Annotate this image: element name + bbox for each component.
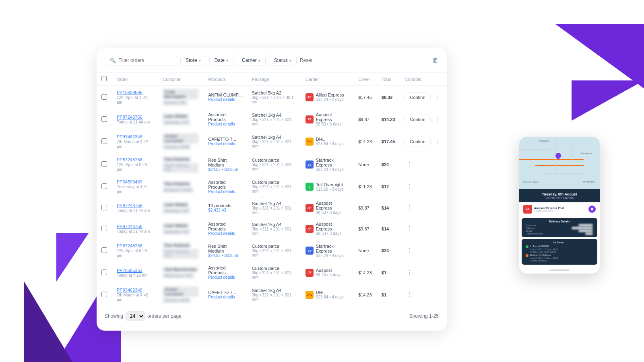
product-detail[interactable]: Product details [208, 275, 242, 280]
more-options-button[interactable]: ⋮ [432, 137, 442, 146]
table-row: PP78585353 Today at 7:19 am Joel Bannerm… [97, 262, 447, 283]
row-checkbox-1[interactable] [101, 116, 107, 122]
row-checkbox-cell [97, 283, 112, 306]
more-options-button[interactable]: ⋮ [405, 290, 414, 299]
carrier-name: Auspost Express Post [534, 207, 564, 210]
select-all-checkbox[interactable] [101, 76, 107, 81]
order-id-link[interactable]: PP87248756 [117, 224, 153, 229]
order-id-link[interactable]: PP87248756 [117, 203, 153, 208]
total-cell: $24 [377, 153, 400, 176]
transit-title: In transit [526, 241, 593, 244]
row-checkbox-3[interactable] [101, 161, 107, 167]
search-field[interactable]: 🔍 [105, 55, 177, 66]
row-checkbox-0[interactable] [101, 94, 107, 100]
products-cell: ANFIM CLUMP... Product details [203, 86, 247, 109]
transit-status-2: Booked for Delivery [530, 254, 558, 257]
confirm-button[interactable]: Confirm [405, 115, 431, 124]
order-id-link[interactable]: PP34593469 [117, 179, 153, 184]
bg-shape-bottom-left2 [24, 282, 72, 362]
controls-container: ⋮ [405, 182, 442, 191]
controls-container: ⋮ [405, 290, 442, 299]
carrier-info: DHL DHL $23.84 • 4 days [305, 290, 349, 299]
carrier-price: $11.66 • 3 days [316, 187, 344, 191]
package-cell: Satchel 1kg A4 3kg • 321 × 201 × 301 mm [247, 197, 301, 218]
controls-cell: ⋮ [400, 197, 447, 218]
row-checkbox-5[interactable] [101, 205, 107, 210]
customer-name: Jordan Lancaster [163, 133, 198, 144]
order-id-link[interactable]: PP78585353 [117, 268, 153, 273]
order-id-link[interactable]: PP87248756 [117, 243, 153, 248]
search-input[interactable] [118, 58, 172, 63]
row-checkbox-cell [97, 239, 112, 262]
showing-label: Showing [105, 313, 123, 319]
row-checkbox-2[interactable] [101, 138, 107, 144]
col-controls: Controls [400, 73, 447, 86]
order-id-link[interactable]: PP93462346 [117, 134, 153, 139]
row-checkbox-6[interactable] [101, 226, 107, 231]
carrier-price: $23.84 • 4 days [316, 295, 344, 299]
carrier-filter[interactable]: Carrier ▾ [237, 55, 266, 66]
package-name: Satchel 1kg A4 [252, 288, 296, 293]
date-filter[interactable]: Date ▾ [209, 55, 233, 66]
product-detail[interactable]: $24.53 • S23L56 [208, 253, 242, 258]
more-options-button[interactable]: ⋮ [405, 224, 414, 233]
more-options-button[interactable]: ⋮ [405, 246, 414, 255]
controls-cell: ⋮ [400, 262, 447, 283]
product-name: ANFIM CLUMP... [208, 93, 242, 97]
phone-mockup: PYRMONT Barangaroo FOREST LODGE HAYMARKE… [519, 137, 600, 274]
row-checkbox-9[interactable] [101, 292, 107, 297]
product-detail[interactable]: Product details [208, 295, 242, 299]
per-page-control: Showing 24 48 96 orders per page [105, 311, 182, 321]
transit-item-2: Booked for Delivery Jan 20, 2020 10:41am… [526, 254, 593, 262]
customer-location: Adelaide, VIC [163, 120, 190, 125]
carrier-name: Startrack Express [316, 244, 349, 253]
more-options-button[interactable]: ⋮ [432, 115, 442, 124]
more-options-button[interactable]: ⋮ [405, 268, 414, 277]
row-checkbox-8[interactable] [101, 269, 107, 275]
more-options-button[interactable]: ⋮ [405, 182, 414, 191]
confirm-button[interactable]: Confirm [405, 137, 431, 146]
more-options-button[interactable]: ⋮ [405, 160, 414, 169]
product-detail[interactable]: $24.53 • S23L56 [208, 167, 242, 172]
row-checkbox-7[interactable] [101, 247, 107, 253]
product-detail[interactable]: Product details [208, 231, 242, 236]
package-name: Satchel 1kg A4 [252, 113, 296, 117]
svg-point-0 [591, 208, 593, 210]
package-name: Satchel 1kg A4 [252, 201, 296, 206]
product-detail[interactable]: $2,432.43 [208, 208, 242, 212]
products-cell: CAFETTO 7... Product details [203, 283, 247, 306]
carrier-cell: AP Auspost Express $8.53 • 3 days [301, 109, 353, 130]
more-options-button[interactable]: ⋮ [405, 203, 414, 212]
package-cell: Custom parcel 3kg • 321 × 201 × 301 mm [247, 262, 301, 283]
row-checkbox-cell [97, 130, 112, 153]
product-name: Assorted Products [208, 222, 242, 231]
store-filter[interactable]: Store ▾ [180, 55, 206, 66]
trash-button[interactable]: 🗑 [432, 57, 439, 64]
row-checkbox-4[interactable] [101, 183, 107, 189]
qr-button[interactable] [588, 206, 596, 213]
customer-location: Brisbane, NSW [163, 187, 193, 193]
more-options-button[interactable]: ⋮ [432, 93, 442, 102]
order-id-link[interactable]: PP87248756 [117, 157, 153, 162]
total-cell: $17.45 [377, 130, 400, 153]
customer-location: Adelaide, VIC [163, 229, 190, 234]
order-id-link[interactable]: PP87248756 [117, 115, 153, 119]
product-detail[interactable]: Product details [208, 142, 242, 146]
row-checkbox-cell [97, 262, 112, 283]
product-detail[interactable]: Product details [208, 189, 242, 194]
customer-cell: Tom Roberts North Sydney, VIC [158, 239, 203, 262]
reset-button[interactable]: Reset [300, 58, 312, 63]
product-detail[interactable]: Product details [208, 97, 242, 102]
order-id-link[interactable]: PP15839595 [117, 90, 153, 95]
per-page-suffix: orders per page [147, 313, 182, 319]
product-detail[interactable]: Product details [208, 122, 242, 126]
package-name: Custom parcel [252, 180, 296, 185]
customer-cell: Tom Roberts Brisbane, NSW [158, 176, 203, 197]
confirm-button[interactable]: Confirm [405, 93, 431, 102]
order-date: 12th April at 1:34 am [117, 95, 147, 105]
transit-item-1: In Transit 000000 Jan 20, 2020 12:19am A… [526, 245, 593, 253]
order-id-link[interactable]: PP93462346 [117, 288, 153, 292]
status-filter[interactable]: Status ▾ [269, 55, 297, 66]
per-page-select[interactable]: 24 48 96 [126, 311, 145, 321]
row-checkbox-cell [97, 86, 112, 109]
